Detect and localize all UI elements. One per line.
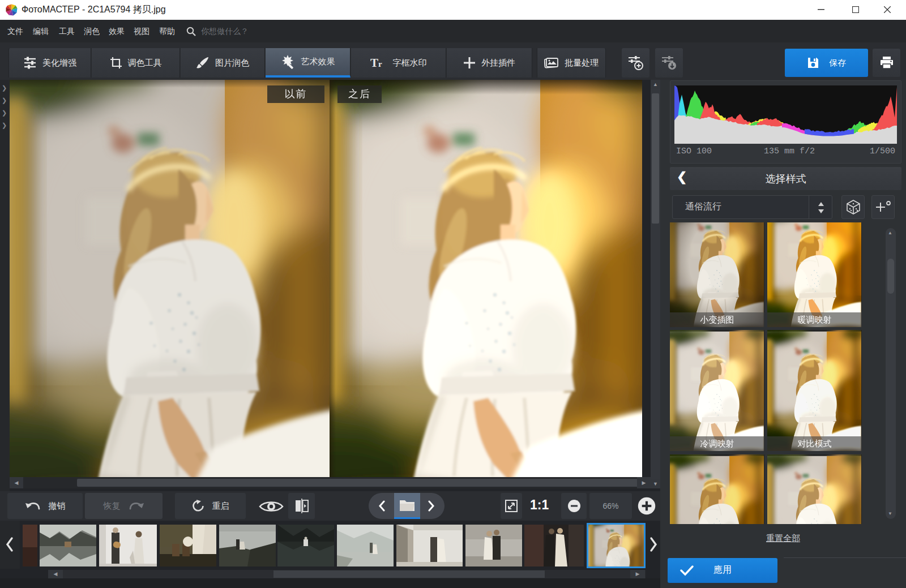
svg-text:T: T bbox=[370, 57, 378, 68]
svg-text:r: r bbox=[378, 59, 382, 68]
